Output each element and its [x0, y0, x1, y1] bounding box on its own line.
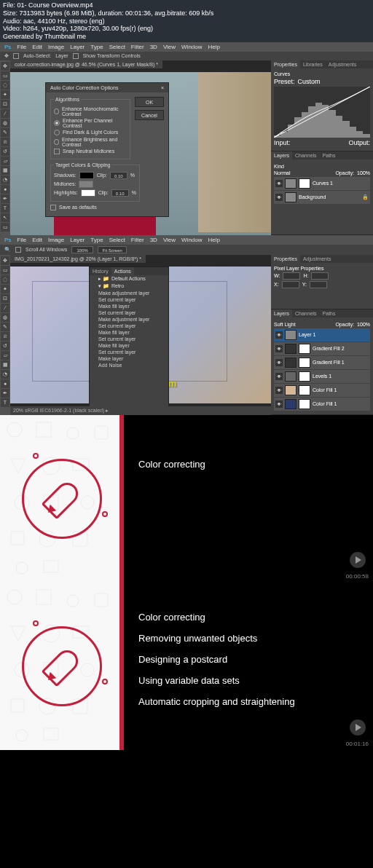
layer-row[interactable]: 👁Layer 1 — [274, 328, 370, 342]
tab-properties[interactable]: Properties — [271, 60, 300, 68]
history-brush-icon[interactable]: ↺ — [1, 147, 9, 156]
menu-file[interactable]: File — [17, 237, 26, 243]
save-defaults-check[interactable] — [50, 205, 56, 210]
layer-row[interactable]: 👁Color Fill 1 — [274, 398, 370, 411]
action-item[interactable]: Make layer — [90, 355, 168, 362]
tab-libraries[interactable]: Libraries — [300, 60, 326, 68]
action-folder[interactable]: ▾ 📁 Retro — [90, 283, 168, 290]
menu-edit[interactable]: Edit — [32, 44, 42, 50]
shadows-clip-input[interactable]: 0.10 — [110, 172, 127, 179]
menu-type[interactable]: Type — [90, 44, 103, 50]
highlights-clip-input[interactable]: 0.10 — [111, 189, 129, 197]
pen-tool-icon[interactable]: ✒ — [1, 389, 9, 398]
pen-tool-icon[interactable]: ✒ — [1, 194, 9, 203]
blend-mode[interactable]: Normal — [274, 170, 291, 175]
menu-file[interactable]: File — [17, 44, 26, 50]
menu-select[interactable]: Select — [109, 44, 125, 50]
crop-tool-icon[interactable]: ⊡ — [1, 294, 9, 303]
tab-history[interactable]: History — [90, 267, 111, 275]
ok-button[interactable]: OK — [135, 97, 164, 107]
radio-brightness[interactable] — [54, 139, 59, 145]
eyedropper-tool-icon[interactable]: ⁄ — [1, 109, 9, 118]
gradient-tool-icon[interactable]: ▦ — [1, 360, 9, 369]
type-tool-icon[interactable]: T — [1, 398, 9, 407]
visibility-icon[interactable]: 👁 — [275, 373, 283, 380]
stamp-tool-icon[interactable]: ⎚ — [1, 138, 9, 146]
menu-image[interactable]: Image — [48, 44, 64, 50]
action-item[interactable]: Set current layer — [90, 309, 168, 316]
dodge-tool-icon[interactable]: ● — [1, 379, 9, 388]
tab-adjustments[interactable]: Adjustments — [300, 255, 334, 263]
heal-tool-icon[interactable]: ◍ — [1, 313, 9, 322]
preset-value[interactable]: Custom — [298, 78, 321, 85]
tab-actions[interactable]: Actions — [111, 267, 134, 275]
lasso-tool-icon[interactable]: ◌ — [1, 81, 9, 90]
dodge-tool-icon[interactable]: ● — [1, 185, 9, 194]
document-tab[interactable]: color-correction-image.jpg @ 46.5% (Curv… — [10, 60, 162, 68]
menu-select[interactable]: Select — [109, 237, 125, 243]
tab-layers[interactable]: Layers — [271, 151, 292, 159]
layer-curves[interactable]: 👁Curves 1 — [274, 177, 370, 190]
menu-type[interactable]: Type — [90, 237, 103, 243]
midtones-swatch[interactable] — [79, 181, 93, 188]
move-tool-icon[interactable]: ✥ — [1, 256, 9, 265]
path-tool-icon[interactable]: ↖ — [1, 213, 9, 222]
highlights-swatch[interactable] — [81, 189, 95, 197]
action-item[interactable]: Set current layer — [90, 349, 168, 355]
visibility-icon[interactable]: 👁 — [275, 345, 283, 352]
visibility-icon[interactable]: 👁 — [275, 331, 283, 339]
menu-window[interactable]: Window — [181, 44, 202, 50]
move-tool-icon[interactable]: ✥ — [1, 62, 9, 71]
shadows-swatch[interactable] — [79, 172, 94, 179]
action-item[interactable]: Set current layer — [90, 296, 168, 303]
menu-filter[interactable]: Filter — [131, 44, 144, 50]
visibility-icon[interactable]: 👁 — [275, 401, 283, 408]
heal-tool-icon[interactable]: ◍ — [1, 119, 9, 127]
play-icon[interactable] — [350, 552, 366, 568]
action-item[interactable]: Make adjustment layer — [90, 316, 168, 323]
marquee-tool-icon[interactable]: ▭ — [1, 71, 9, 80]
scroll-check[interactable] — [15, 247, 21, 253]
action-item[interactable]: Set current layer — [90, 336, 168, 342]
play-icon[interactable] — [350, 719, 366, 735]
visibility-icon[interactable]: 👁 — [275, 194, 283, 201]
lasso-tool-icon[interactable]: ◌ — [1, 275, 9, 284]
document-tab[interactable]: IMG_20170221_124302.jpg @ 20% (Layer 1, … — [10, 255, 146, 263]
fit-screen-button[interactable]: Fit Screen — [98, 246, 127, 253]
history-brush-icon[interactable]: ↺ — [1, 342, 9, 350]
wand-tool-icon[interactable]: ✦ — [1, 90, 9, 99]
action-item[interactable]: Make fill layer — [90, 342, 168, 349]
eyedropper-tool-icon[interactable]: ⁄ — [1, 304, 9, 312]
auto-select-check[interactable] — [13, 53, 19, 59]
menu-help[interactable]: Help — [208, 237, 220, 243]
menu-view[interactable]: View — [163, 44, 176, 50]
visibility-icon[interactable]: 👁 — [275, 180, 283, 187]
tab-channels[interactable]: Channels — [292, 309, 320, 317]
h-input[interactable] — [311, 272, 329, 280]
action-item[interactable]: Set current layer — [90, 323, 168, 329]
transform-check[interactable] — [73, 53, 79, 59]
layer-row[interactable]: 👁Levels 1 — [274, 370, 370, 383]
menu-3d[interactable]: 3D — [150, 237, 157, 243]
tab-paths[interactable]: Paths — [320, 151, 339, 159]
shape-tool-icon[interactable]: ▭ — [1, 223, 9, 232]
visibility-icon[interactable]: 👁 — [275, 359, 283, 366]
action-item[interactable]: Make fill layer — [90, 303, 168, 309]
x-input[interactable] — [282, 281, 299, 288]
eraser-tool-icon[interactable]: ▱ — [1, 157, 9, 165]
w-input[interactable] — [283, 272, 300, 280]
action-item[interactable]: Add Noise — [90, 362, 168, 368]
snap-check[interactable] — [54, 149, 60, 154]
menu-window[interactable]: Window — [181, 237, 202, 243]
y-input[interactable] — [310, 281, 327, 288]
layer-background[interactable]: 👁Background🔒 — [274, 191, 370, 204]
auto-select-value[interactable]: Layer — [55, 53, 68, 58]
stamp-tool-icon[interactable]: ⎚ — [1, 332, 9, 341]
blur-tool-icon[interactable]: ◔ — [1, 175, 9, 184]
gradient-tool-icon[interactable]: ▦ — [1, 166, 9, 175]
curves-graph[interactable] — [274, 87, 370, 138]
tab-properties[interactable]: Properties — [271, 255, 300, 263]
radio-mono[interactable] — [54, 108, 59, 114]
menu-image[interactable]: Image — [48, 237, 64, 243]
eraser-tool-icon[interactable]: ▱ — [1, 351, 9, 360]
